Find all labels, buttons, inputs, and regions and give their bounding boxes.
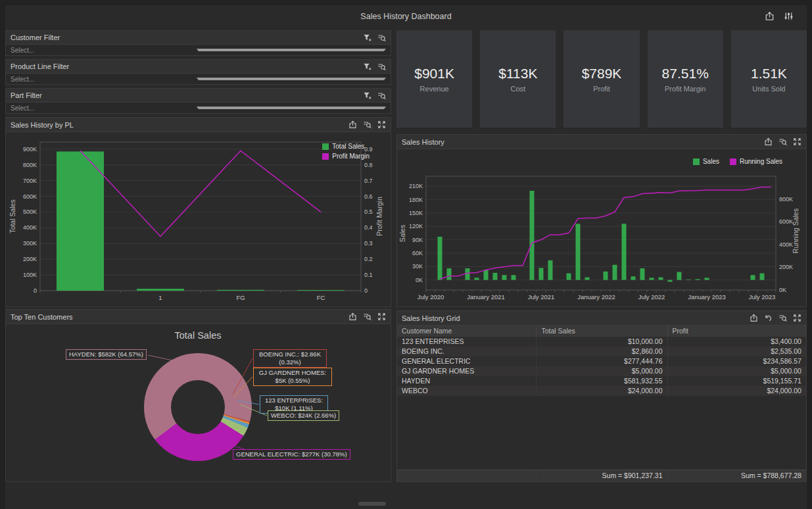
bar[interactable]: [447, 268, 452, 280]
bar[interactable]: [484, 270, 489, 280]
line-series[interactable]: [440, 187, 771, 279]
bar[interactable]: [705, 278, 709, 279]
parameters-icon[interactable]: [377, 34, 386, 42]
bar[interactable]: [659, 278, 663, 280]
export-icon[interactable]: [750, 314, 758, 322]
parameters-icon[interactable]: [363, 312, 371, 321]
export-icon[interactable]: [764, 137, 773, 146]
parameters-icon[interactable]: [377, 91, 386, 100]
export-icon[interactable]: [765, 11, 775, 21]
bar[interactable]: [686, 279, 691, 280]
options-sliders-icon[interactable]: [784, 11, 794, 21]
line-series[interactable]: [80, 151, 321, 236]
bar[interactable]: [650, 278, 654, 279]
left-axis-title: Total Sales: [9, 199, 16, 233]
table-row[interactable]: 123 ENTERPRISES$10,000.00$3,400.00: [397, 337, 806, 347]
x-axis-tick-label: January 2023: [688, 293, 726, 301]
bar[interactable]: [466, 268, 470, 280]
right-axis-tick-label: 0.1: [364, 272, 373, 278]
bar[interactable]: [297, 290, 345, 291]
undo-icon[interactable]: [764, 314, 773, 322]
maximize-icon[interactable]: [377, 312, 386, 321]
bar[interactable]: [613, 265, 617, 280]
export-icon[interactable]: [348, 312, 357, 321]
legend-item[interactable]: Total Sales: [322, 143, 370, 150]
parameters-icon[interactable]: [778, 137, 787, 146]
left-axis-tick-label: 180K: [409, 197, 423, 203]
panel-collapse-handle[interactable]: [358, 502, 386, 506]
sum-cell: Sum = $788,677.28: [667, 470, 806, 481]
bar[interactable]: [622, 224, 627, 279]
sales-history-by-pl-panel: Sales History by PL 0100K200K300K400K500…: [5, 117, 391, 307]
bar[interactable]: [760, 274, 765, 280]
bar[interactable]: [567, 274, 571, 280]
combobox-value: Select...: [11, 76, 197, 83]
clear-filter-icon[interactable]: [363, 62, 371, 71]
right-axis-tick-label: 400K: [779, 241, 793, 248]
bar[interactable]: [677, 272, 682, 280]
right-axis-tick-label: 0.8: [364, 162, 373, 168]
table-cell: $3,400.00: [667, 337, 806, 347]
bar[interactable]: [438, 237, 442, 280]
left-axis-tick-label: 700K: [23, 178, 37, 184]
kpi-value: 1.51K: [751, 66, 787, 82]
legend-swatch: [730, 158, 736, 165]
bar[interactable]: [640, 268, 645, 280]
table-row[interactable]: GJ GARDNER HOMES$5,000.00$5,000.00: [397, 366, 806, 376]
table-row[interactable]: BOEING INC.$2,860.00$2,535.00: [397, 347, 806, 356]
kpi-label: Profit: [593, 85, 610, 93]
bar[interactable]: [539, 268, 544, 279]
clear-filter-icon[interactable]: [363, 34, 371, 42]
parameters-icon[interactable]: [377, 62, 386, 71]
plot: 0K30K60K90K120K150K180K210K0K200K400K600…: [409, 176, 793, 301]
table-row[interactable]: WEBCO$24,000.00$24,000.00: [397, 386, 806, 396]
bar-series: [57, 151, 345, 291]
bar[interactable]: [493, 273, 498, 280]
bar[interactable]: [751, 275, 755, 279]
parameters-icon[interactable]: [778, 314, 787, 322]
export-icon[interactable]: [348, 120, 357, 129]
bar[interactable]: [585, 278, 590, 280]
legend-label: Sales: [703, 158, 719, 165]
grid-summary-row: Sum = $901,237.31Sum = $788,677.28: [397, 470, 806, 481]
table-row[interactable]: GENERAL ELECTRIC$277,444.76$234,586.57: [397, 356, 806, 366]
combobox-value: Select...: [11, 47, 197, 54]
bar[interactable]: [668, 280, 673, 282]
column-header[interactable]: Total Sales: [536, 326, 667, 337]
product-line-filter-combobox[interactable]: Select...: [6, 73, 391, 84]
bar[interactable]: [502, 275, 507, 279]
left-axis-tick-label: 90K: [412, 237, 423, 243]
bar[interactable]: [604, 272, 608, 280]
customer-filter-combobox[interactable]: Select...: [6, 44, 391, 55]
left-axis-tick-label: 600K: [23, 193, 37, 200]
kpi-card-units-sold: 1.51K Units Sold: [731, 30, 807, 128]
kpi-value: $901K: [414, 66, 454, 82]
legend-item[interactable]: Running Sales: [730, 158, 782, 165]
bar[interactable]: [696, 279, 700, 279]
clear-filter-icon[interactable]: [363, 91, 371, 100]
bar[interactable]: [137, 289, 184, 291]
bar[interactable]: [217, 290, 264, 291]
legend-item[interactable]: Profit Margin: [322, 153, 370, 160]
sum-cell: [397, 470, 536, 481]
bar[interactable]: [576, 224, 581, 279]
maximize-icon[interactable]: [793, 314, 801, 322]
bar[interactable]: [512, 275, 516, 279]
bar[interactable]: [631, 276, 636, 279]
column-header[interactable]: Profit: [667, 326, 806, 337]
part-filter-combobox[interactable]: Select...: [6, 102, 391, 113]
bar[interactable]: [475, 278, 479, 279]
legend-item[interactable]: Sales: [693, 158, 719, 165]
parameters-icon[interactable]: [363, 120, 371, 129]
bar[interactable]: [57, 151, 104, 291]
maximize-icon[interactable]: [793, 137, 801, 146]
maximize-icon[interactable]: [377, 120, 386, 129]
donut-hole: [171, 380, 225, 434]
column-header[interactable]: Customer Name: [397, 326, 536, 337]
kpi-label: Revenue: [420, 85, 449, 93]
table-row[interactable]: HAYDEN$581,932.55$519,155.71: [397, 376, 806, 386]
bar[interactable]: [530, 191, 535, 280]
filter-title: Part Filter: [11, 91, 363, 99]
bar[interactable]: [548, 260, 553, 280]
history-chart-canvas[interactable]: 0K30K60K90K120K150K180K210K0K200K400K600…: [397, 149, 806, 306]
